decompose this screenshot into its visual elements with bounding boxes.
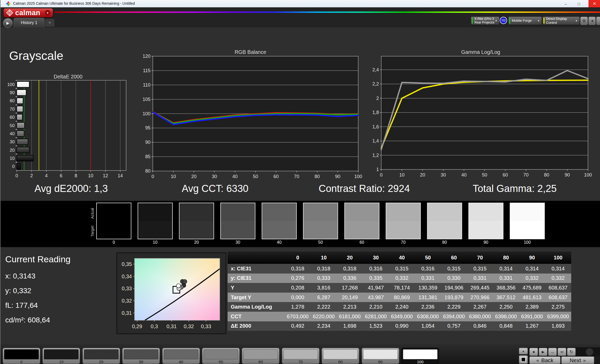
add-tab-button[interactable]: + — [45, 19, 54, 27]
patch-swatch — [124, 349, 158, 359]
grayscale-swatch-50 — [303, 203, 338, 239]
table-cell: 0,316 — [363, 264, 389, 274]
patch-button-90[interactable]: 90 — [362, 348, 399, 364]
table-cell: 2,229 — [441, 302, 467, 312]
svg-text:30: 30 — [10, 139, 15, 144]
next-button[interactable]: Next » — [561, 356, 594, 364]
patch-swatch — [283, 349, 318, 359]
grayscale-swatch-0 — [96, 203, 131, 239]
svg-text:0: 0 — [12, 164, 15, 169]
table-cell: 1,693 — [545, 321, 571, 331]
app-header: calman ▼ ▶ History 1 + X-Rite i1Pro 3 Re… — [1, 7, 600, 27]
grayscale-swatch-20 — [179, 203, 214, 239]
table-cell: 131,381 — [415, 293, 441, 302]
range-button[interactable]: ↔ — [548, 348, 557, 356]
table-cell: 130,359 — [415, 283, 441, 293]
patch-label: 20 — [83, 360, 120, 364]
close-button[interactable]: ✕ — [588, 0, 600, 7]
table-cell: 0,314 — [519, 264, 545, 274]
table-col-header-50: 50 — [415, 252, 441, 264]
patch-swatch — [363, 349, 398, 359]
table-cell: 2,240 — [389, 302, 415, 312]
patch-button-50[interactable]: 50 — [202, 348, 240, 364]
table-cell: 2,389 — [519, 302, 545, 312]
table-cell: 1,523 — [363, 321, 389, 331]
swatch-level-label: 40 — [261, 240, 297, 245]
table-cell: 6181,000 — [337, 312, 363, 321]
grayscale-swatch-10 — [138, 203, 173, 239]
grayscale-swatch-30 — [220, 203, 255, 239]
pattern-window-button[interactable] — [519, 355, 528, 364]
table-cell: 2,250 — [493, 302, 519, 312]
grayscale-swatch-40 — [262, 203, 297, 239]
patch-button-100[interactable]: 100 — [401, 348, 439, 364]
display-status-edge — [543, 18, 545, 24]
patch-button-20[interactable]: 20 — [82, 348, 120, 364]
table-cell: 6349,000 — [389, 312, 415, 321]
play-button[interactable]: ▶ — [539, 348, 547, 356]
table-row-label: Gamma Log/Log — [228, 302, 285, 312]
table-cell: 1,698 — [337, 321, 363, 331]
logo-dropdown[interactable]: ▼ — [45, 10, 51, 16]
table-cell: 475,689 — [519, 283, 545, 293]
swatch-target-half — [428, 221, 462, 239]
tab-history[interactable]: History 1 — [14, 18, 44, 27]
calman-logo[interactable]: calman ▼ — [4, 8, 53, 17]
record-circle-icon — [586, 348, 593, 356]
collapse-panel-button[interactable]: ◀ — [588, 17, 596, 25]
table-row-label: Y — [228, 283, 285, 293]
patch-button-40[interactable]: 40 — [162, 348, 200, 364]
maximize-button[interactable]: □ — [573, 0, 585, 7]
settings-gear-button[interactable]: ⚙ — [580, 17, 588, 25]
table-cell: 0,208 — [285, 283, 311, 293]
swatch-target-half — [180, 221, 214, 239]
patch-button-10[interactable]: 10 — [42, 348, 80, 364]
patch-button-30[interactable]: 30 — [122, 348, 160, 364]
svg-text:14: 14 — [117, 173, 123, 178]
table-col-header-100: 100 — [545, 252, 571, 264]
svg-text:90: 90 — [10, 90, 15, 95]
refresh-button[interactable]: ↻ — [567, 348, 576, 356]
patch-button-80[interactable]: 80 — [322, 348, 359, 364]
table-cell: 2,234 — [311, 321, 337, 331]
cie-chart-svg: 0,350,340,330,320,310,290,30,310,320,33 — [117, 253, 226, 333]
up-button[interactable]: ▲ — [519, 348, 528, 354]
source-button[interactable]: Mobile Forge ▼ — [508, 17, 542, 25]
patch-button-60[interactable]: 60 — [242, 348, 279, 364]
meter-badge[interactable]: 702 — [500, 17, 507, 24]
back-button[interactable]: « Back — [529, 356, 560, 364]
table-cell: 20,149 — [337, 293, 363, 302]
display-control-button[interactable]: Direct Display Control ▼ — [543, 17, 580, 25]
patch-swatch — [84, 349, 119, 359]
table-cell: 270,966 — [467, 293, 493, 302]
edge-panel-button[interactable] — [596, 17, 600, 25]
stop-button[interactable]: ■ — [529, 348, 538, 356]
loop-button[interactable]: ∞ — [558, 348, 566, 356]
meter-button[interactable]: X-Rite i1Pro 3 Rear Projector ▼ — [471, 17, 499, 25]
table-cell: 0,318 — [337, 264, 363, 274]
table-cell: 1,278 — [285, 302, 311, 312]
svg-text:10: 10 — [171, 174, 176, 179]
history-play-button[interactable]: ▶ — [3, 18, 13, 28]
svg-text:70: 70 — [294, 174, 299, 179]
table-cell: 269,445 — [467, 283, 493, 293]
meter-status-edge — [472, 18, 473, 24]
svg-text:0,32: 0,32 — [184, 323, 194, 329]
app-icon — [6, 1, 11, 6]
patch-button-0[interactable]: 0 — [3, 348, 40, 364]
svg-text:0: 0 — [152, 174, 154, 179]
rgb_balance-chart-svg: 1201151101051009590858001020304050607080… — [130, 51, 363, 182]
table-cell: 368,356 — [493, 283, 519, 293]
minimize-button[interactable]: – — [560, 0, 572, 7]
table-cell: 0,332 — [545, 274, 571, 283]
svg-text:12: 12 — [103, 173, 108, 178]
table-cell: 78,174 — [389, 283, 415, 293]
meter-dropdown-icon: ▼ — [495, 19, 497, 22]
table-col-header-70: 70 — [467, 252, 493, 264]
rgb-balance-chart: 1201151101051009590858001020304050607080… — [130, 51, 363, 183]
svg-text:0,31: 0,31 — [166, 323, 177, 329]
svg-text:1,8: 1,8 — [372, 110, 379, 115]
swatch-level-label: 100 — [509, 240, 545, 245]
swatch-actual-half — [262, 203, 296, 221]
patch-button-70[interactable]: 70 — [282, 348, 319, 364]
